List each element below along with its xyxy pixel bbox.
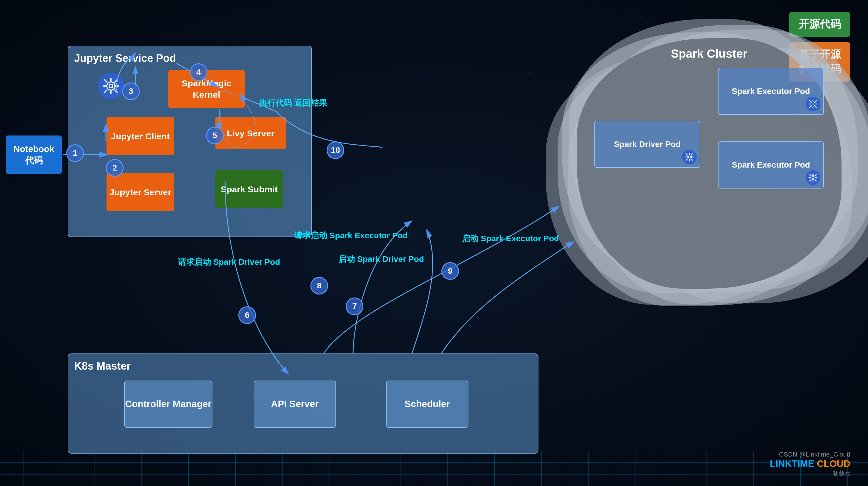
svg-point-34 — [812, 177, 813, 178]
watermark: CSDN @Linktime_Cloud LINKTIME CLOUD 智领云 — [770, 451, 850, 477]
helm-icon — [98, 73, 124, 99]
svg-line-20 — [686, 159, 688, 161]
svg-line-19 — [691, 153, 693, 155]
jupyter-pod-label: Jupyter Service Pod — [74, 52, 305, 64]
spark-cluster: Spark Cluster Spark Driver Pod — [577, 38, 841, 289]
svg-point-23 — [812, 103, 813, 105]
executor1-helm-icon — [806, 96, 820, 111]
step-2: 2 — [106, 159, 124, 177]
watermark-csdn: CSDN @Linktime_Cloud — [770, 451, 850, 458]
step-1: 1 — [66, 144, 84, 162]
grid-background — [0, 451, 868, 486]
svg-line-40 — [815, 179, 816, 181]
svg-line-9 — [104, 89, 107, 93]
spark-executor-pod2-box: Spark Executor Pod — [718, 141, 824, 189]
spark-cluster-label: Spark Cluster — [671, 47, 747, 60]
step-7: 7 — [346, 297, 363, 315]
step-8: 8 — [310, 277, 328, 294]
open-source-legend: 开源代码 — [789, 12, 850, 37]
svg-line-28 — [809, 101, 811, 102]
scheduler-box: Scheduler — [386, 380, 468, 428]
k8s-master-container: K8s Master Controller Manager API Server… — [68, 353, 538, 454]
svg-line-41 — [815, 174, 816, 176]
k8s-master-label: K8s Master — [74, 360, 532, 372]
watermark-logo: LINKTIME CLOUD — [770, 458, 850, 469]
livy-server-box: Livy Server — [215, 117, 286, 149]
spark-executor-pod1-box: Spark Executor Pod — [718, 68, 824, 115]
svg-line-6 — [104, 79, 107, 83]
start-executor-label: 启动 Spark Executor Pod — [462, 233, 559, 244]
request-driver-label: 请求启动 Spark Driver Pod — [178, 256, 280, 268]
svg-line-31 — [809, 106, 811, 108]
svg-line-29 — [815, 106, 816, 108]
notebook-box: Notebook 代码 — [6, 136, 62, 174]
executor2-helm-icon — [806, 170, 820, 185]
svg-line-39 — [809, 174, 811, 176]
notebook-label: Notebook 代码 — [6, 136, 62, 174]
start-driver-label: 启动 Spark Driver Pod — [338, 253, 424, 265]
driver-helm-icon — [682, 150, 697, 164]
step-6: 6 — [238, 306, 256, 324]
step-10: 10 — [327, 141, 344, 159]
api-server-box: API Server — [254, 380, 336, 428]
watermark-subtitle: 智领云 — [770, 469, 850, 477]
svg-line-30 — [815, 101, 816, 102]
step-4: 4 — [190, 63, 208, 81]
step-3: 3 — [122, 83, 140, 100]
helm-icon-container — [98, 73, 124, 99]
controller-manager-box: Controller Manager — [124, 380, 212, 428]
step-9: 9 — [441, 262, 459, 280]
spark-submit-box: Spark Submit — [215, 170, 283, 208]
svg-line-17 — [686, 153, 688, 155]
jupyter-server-box: Jupyter Server — [106, 173, 174, 211]
main-container: 开源代码 基于开源 扩展代码 Jupyter Service Pod — [0, 0, 868, 486]
svg-point-1 — [110, 85, 113, 87]
svg-line-7 — [115, 89, 118, 93]
step-5: 5 — [206, 127, 224, 144]
jupyter-client-box: Jupyter Client — [106, 117, 174, 155]
request-executor-label: 请求启动 Spark Executor Pod — [294, 230, 408, 241]
svg-line-42 — [809, 179, 811, 181]
exec-return-label: 执行代码 返回结果 — [259, 97, 327, 109]
svg-line-8 — [115, 79, 118, 83]
svg-line-18 — [691, 159, 693, 161]
svg-point-12 — [688, 156, 690, 158]
spark-driver-pod-box: Spark Driver Pod — [594, 121, 700, 168]
